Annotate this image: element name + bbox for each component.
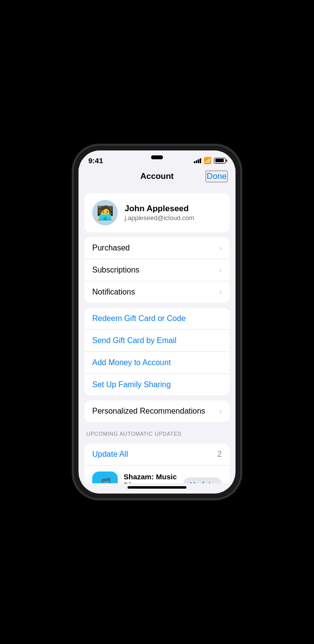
personalized-recommendations-label: Personalized Recommendations	[92, 407, 205, 416]
family-sharing-row[interactable]: Set Up Family Sharing	[84, 374, 230, 396]
profile-section: 🧑‍💻 John Appleseed j.appleseed@icloud.co…	[84, 193, 230, 232]
app-update-row: 🎵 Shazam: Music Discovery Nov 2, 2023 Up…	[84, 466, 230, 483]
purchased-label: Purchased	[92, 244, 130, 252]
personalized-recommendations-row[interactable]: Personalized Recommendations ›	[84, 400, 230, 422]
family-sharing-label: Set Up Family Sharing	[92, 380, 171, 389]
subscriptions-label: Subscriptions	[92, 266, 139, 274]
subscriptions-row[interactable]: Subscriptions ›	[84, 259, 230, 281]
status-icons: 📶	[194, 157, 226, 164]
done-button[interactable]: Done	[206, 171, 228, 182]
add-money-row[interactable]: Add Money to Account	[84, 352, 230, 374]
menu-section-3: Personalized Recommendations ›	[84, 400, 230, 422]
avatar: 🧑‍💻	[92, 200, 118, 225]
updates-card: Update All 2 🎵 Shazam: Music Discovery N…	[84, 444, 230, 483]
wifi-icon: 📶	[204, 157, 211, 164]
update-count: 2	[217, 450, 222, 459]
phone-screen: 9:41 📶 Account Done	[78, 150, 236, 494]
scroll-content: 🧑‍💻 John Appleseed j.appleseed@icloud.co…	[78, 188, 236, 483]
purchased-row[interactable]: Purchased ›	[84, 237, 230, 259]
app-info: Shazam: Music Discovery Nov 2, 2023	[124, 472, 177, 484]
menu-section-1: Purchased › Subscriptions › Notification…	[84, 237, 230, 303]
profile-name: John Appleseed	[125, 204, 194, 214]
page-header: Account Done	[78, 167, 236, 188]
updates-section: UPCOMING AUTOMATIC UPDATES Update All 2 …	[78, 427, 236, 483]
signal-icon	[194, 158, 201, 163]
menu-section-2: Redeem Gift Card or Code Send Gift Card …	[84, 308, 230, 396]
send-gift-card-label: Send Gift Card by Email	[92, 336, 177, 345]
page-title: Account	[140, 172, 174, 181]
profile-card[interactable]: 🧑‍💻 John Appleseed j.appleseed@icloud.co…	[84, 193, 230, 232]
update-all-row[interactable]: Update All 2	[84, 444, 230, 466]
notifications-label: Notifications	[92, 288, 135, 297]
chevron-icon: ›	[219, 266, 222, 274]
update-button[interactable]: Update	[183, 477, 222, 484]
updates-section-header: UPCOMING AUTOMATIC UPDATES	[78, 427, 236, 439]
update-all-label: Update All	[92, 450, 128, 459]
app-name: Shazam: Music Discovery	[124, 472, 177, 484]
dynamic-island	[151, 155, 163, 159]
chevron-icon: ›	[219, 407, 222, 416]
profile-email: j.appleseed@icloud.com	[125, 214, 194, 222]
chevron-icon: ›	[219, 244, 222, 252]
home-indicator	[128, 486, 186, 489]
profile-info: John Appleseed j.appleseed@icloud.com	[125, 204, 194, 222]
redeem-gift-card-label: Redeem Gift Card or Code	[92, 314, 185, 323]
bottom-bar	[78, 483, 236, 494]
status-time: 9:41	[88, 156, 103, 165]
chevron-icon: ›	[219, 288, 222, 297]
send-gift-card-row[interactable]: Send Gift Card by Email	[84, 330, 230, 352]
battery-icon	[214, 158, 226, 164]
add-money-label: Add Money to Account	[92, 358, 171, 367]
notifications-row[interactable]: Notifications ›	[84, 281, 230, 303]
redeem-gift-card-row[interactable]: Redeem Gift Card or Code	[84, 308, 230, 330]
phone-frame: 9:41 📶 Account Done	[74, 146, 240, 498]
shazam-icon: 🎵	[92, 471, 118, 483]
